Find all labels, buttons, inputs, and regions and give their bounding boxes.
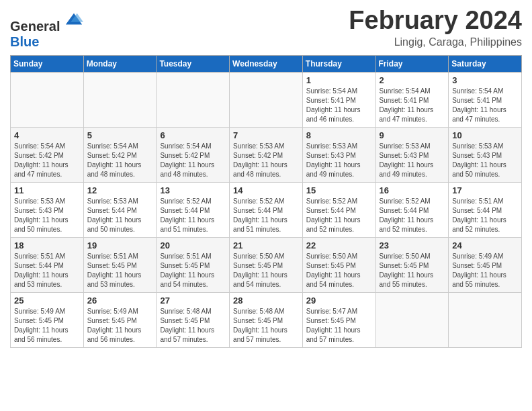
day-info: Sunrise: 5:54 AMSunset: 5:42 PMDaylight:…	[87, 142, 153, 179]
calendar-cell: 15Sunrise: 5:52 AMSunset: 5:44 PMDayligh…	[302, 183, 375, 238]
calendar-cell: 19Sunrise: 5:51 AMSunset: 5:45 PMDayligh…	[83, 238, 157, 293]
column-header-saturday: Saturday	[449, 56, 522, 73]
day-number: 20	[160, 240, 226, 250]
day-number: 27	[160, 295, 226, 306]
column-header-friday: Friday	[375, 56, 449, 73]
day-info: Sunrise: 5:52 AMSunset: 5:44 PMDaylight:…	[380, 197, 445, 234]
calendar-cell: 12Sunrise: 5:53 AMSunset: 5:44 PMDayligh…	[83, 183, 157, 238]
calendar-cell: 25Sunrise: 5:49 AMSunset: 5:45 PMDayligh…	[11, 293, 84, 348]
day-number: 11	[14, 185, 80, 195]
day-info: Sunrise: 5:50 AMSunset: 5:45 PMDaylight:…	[306, 252, 372, 289]
day-info: Sunrise: 5:51 AMSunset: 5:44 PMDaylight:…	[452, 197, 518, 234]
calendar-cell: 16Sunrise: 5:52 AMSunset: 5:44 PMDayligh…	[375, 183, 449, 238]
calendar-cell: 10Sunrise: 5:53 AMSunset: 5:43 PMDayligh…	[449, 128, 522, 183]
day-number: 26	[87, 295, 153, 306]
day-number: 28	[233, 295, 299, 306]
location-title: Lingig, Caraga, Philippines	[349, 36, 522, 48]
calendar-header-row: SundayMondayTuesdayWednesdayThursdayFrid…	[11, 56, 522, 73]
day-number: 18	[14, 240, 80, 250]
day-info: Sunrise: 5:49 AMSunset: 5:45 PMDaylight:…	[452, 252, 518, 289]
calendar-week-row: 4Sunrise: 5:54 AMSunset: 5:42 PMDaylight…	[11, 128, 522, 183]
column-header-sunday: Sunday	[11, 56, 84, 73]
calendar-week-row: 11Sunrise: 5:53 AMSunset: 5:43 PMDayligh…	[11, 183, 522, 238]
day-number: 21	[233, 240, 299, 250]
calendar-table: SundayMondayTuesdayWednesdayThursdayFrid…	[10, 55, 522, 348]
calendar-week-row: 18Sunrise: 5:51 AMSunset: 5:44 PMDayligh…	[11, 238, 522, 293]
calendar-cell: 4Sunrise: 5:54 AMSunset: 5:42 PMDaylight…	[11, 128, 84, 183]
calendar-cell: 18Sunrise: 5:51 AMSunset: 5:44 PMDayligh…	[11, 238, 84, 293]
calendar-cell: 5Sunrise: 5:54 AMSunset: 5:42 PMDaylight…	[83, 128, 157, 183]
calendar-cell: 6Sunrise: 5:54 AMSunset: 5:42 PMDaylight…	[157, 128, 230, 183]
day-number: 9	[380, 130, 445, 140]
day-info: Sunrise: 5:52 AMSunset: 5:44 PMDaylight:…	[233, 197, 299, 234]
day-info: Sunrise: 5:47 AMSunset: 5:45 PMDaylight:…	[306, 307, 372, 345]
day-number: 5	[87, 130, 153, 140]
calendar-cell	[375, 293, 449, 348]
day-number: 1	[306, 75, 372, 85]
day-number: 7	[233, 130, 299, 140]
page-header: General Blue February 2024 Lingig, Carag…	[10, 7, 522, 50]
calendar-cell: 11Sunrise: 5:53 AMSunset: 5:43 PMDayligh…	[11, 183, 84, 238]
calendar-cell: 23Sunrise: 5:50 AMSunset: 5:45 PMDayligh…	[375, 238, 449, 293]
calendar-cell: 26Sunrise: 5:49 AMSunset: 5:45 PMDayligh…	[83, 293, 157, 348]
calendar-cell: 7Sunrise: 5:53 AMSunset: 5:42 PMDaylight…	[230, 128, 303, 183]
calendar-cell: 3Sunrise: 5:54 AMSunset: 5:41 PMDaylight…	[449, 73, 522, 128]
day-number: 3	[452, 75, 518, 85]
calendar-cell: 8Sunrise: 5:53 AMSunset: 5:43 PMDaylight…	[302, 128, 375, 183]
day-number: 10	[452, 130, 518, 140]
day-number: 13	[160, 185, 226, 195]
day-number: 19	[87, 240, 153, 250]
day-info: Sunrise: 5:49 AMSunset: 5:45 PMDaylight:…	[14, 307, 80, 345]
day-number: 8	[306, 130, 372, 140]
logo-blue: Blue	[10, 34, 39, 49]
day-number: 14	[233, 185, 299, 195]
day-info: Sunrise: 5:52 AMSunset: 5:44 PMDaylight:…	[160, 197, 226, 234]
calendar-cell: 27Sunrise: 5:48 AMSunset: 5:45 PMDayligh…	[157, 293, 230, 348]
day-info: Sunrise: 5:50 AMSunset: 5:45 PMDaylight:…	[233, 252, 299, 289]
day-number: 15	[306, 185, 372, 195]
day-number: 29	[306, 295, 372, 306]
day-info: Sunrise: 5:53 AMSunset: 5:43 PMDaylight:…	[306, 142, 372, 179]
day-info: Sunrise: 5:48 AMSunset: 5:45 PMDaylight:…	[160, 307, 226, 345]
day-info: Sunrise: 5:54 AMSunset: 5:42 PMDaylight:…	[14, 142, 80, 179]
day-number: 16	[380, 185, 445, 195]
day-number: 25	[14, 295, 80, 306]
calendar-cell: 29Sunrise: 5:47 AMSunset: 5:45 PMDayligh…	[302, 293, 375, 348]
calendar-cell: 28Sunrise: 5:48 AMSunset: 5:45 PMDayligh…	[230, 293, 303, 348]
column-header-wednesday: Wednesday	[230, 56, 303, 73]
day-info: Sunrise: 5:53 AMSunset: 5:43 PMDaylight:…	[452, 142, 518, 179]
day-info: Sunrise: 5:54 AMSunset: 5:41 PMDaylight:…	[452, 87, 518, 124]
day-info: Sunrise: 5:53 AMSunset: 5:43 PMDaylight:…	[14, 197, 80, 234]
calendar-cell: 9Sunrise: 5:53 AMSunset: 5:43 PMDaylight…	[375, 128, 449, 183]
day-info: Sunrise: 5:53 AMSunset: 5:43 PMDaylight:…	[380, 142, 445, 179]
day-info: Sunrise: 5:50 AMSunset: 5:45 PMDaylight:…	[380, 252, 445, 289]
calendar-cell: 20Sunrise: 5:51 AMSunset: 5:45 PMDayligh…	[157, 238, 230, 293]
logo: General Blue	[10, 12, 83, 50]
day-info: Sunrise: 5:52 AMSunset: 5:44 PMDaylight:…	[306, 197, 372, 234]
day-info: Sunrise: 5:51 AMSunset: 5:45 PMDaylight:…	[87, 252, 153, 289]
calendar-cell	[449, 293, 522, 348]
day-info: Sunrise: 5:53 AMSunset: 5:44 PMDaylight:…	[87, 197, 153, 234]
day-number: 17	[452, 185, 518, 195]
calendar-cell: 22Sunrise: 5:50 AMSunset: 5:45 PMDayligh…	[302, 238, 375, 293]
column-header-monday: Monday	[83, 56, 157, 73]
calendar-cell: 1Sunrise: 5:54 AMSunset: 5:41 PMDaylight…	[302, 73, 375, 128]
calendar-cell: 17Sunrise: 5:51 AMSunset: 5:44 PMDayligh…	[449, 183, 522, 238]
column-header-tuesday: Tuesday	[157, 56, 230, 73]
day-number: 24	[452, 240, 518, 250]
day-info: Sunrise: 5:54 AMSunset: 5:41 PMDaylight:…	[380, 87, 445, 124]
day-number: 6	[160, 130, 226, 140]
calendar-week-row: 25Sunrise: 5:49 AMSunset: 5:45 PMDayligh…	[11, 293, 522, 348]
column-header-thursday: Thursday	[302, 56, 375, 73]
day-info: Sunrise: 5:48 AMSunset: 5:45 PMDaylight:…	[233, 307, 299, 345]
day-info: Sunrise: 5:49 AMSunset: 5:45 PMDaylight:…	[87, 307, 153, 345]
calendar-cell: 14Sunrise: 5:52 AMSunset: 5:44 PMDayligh…	[230, 183, 303, 238]
day-info: Sunrise: 5:51 AMSunset: 5:45 PMDaylight:…	[160, 252, 226, 289]
calendar-cell	[11, 73, 84, 128]
calendar-cell: 2Sunrise: 5:54 AMSunset: 5:41 PMDaylight…	[375, 73, 449, 128]
calendar-cell	[83, 73, 157, 128]
calendar-cell	[230, 73, 303, 128]
calendar-week-row: 1Sunrise: 5:54 AMSunset: 5:41 PMDaylight…	[11, 73, 522, 128]
day-info: Sunrise: 5:54 AMSunset: 5:42 PMDaylight:…	[160, 142, 226, 179]
day-number: 2	[380, 75, 445, 85]
